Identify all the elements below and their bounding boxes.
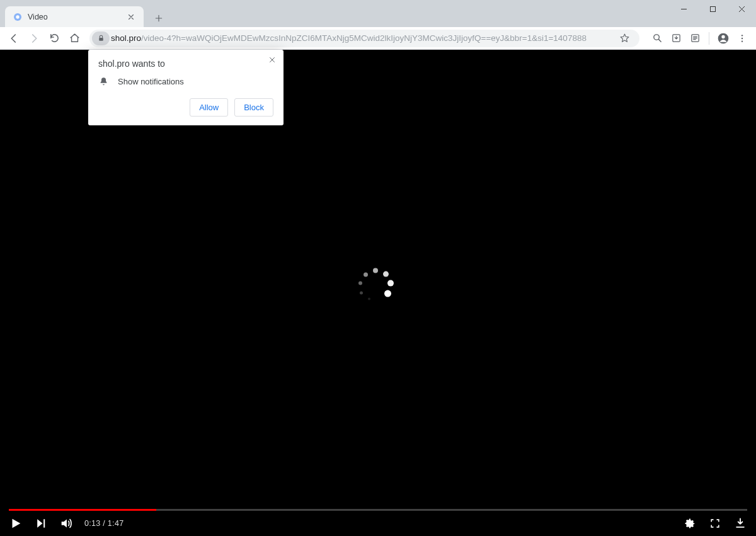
back-button[interactable] — [5, 30, 23, 47]
svg-point-8 — [721, 35, 724, 38]
popup-close-icon[interactable] — [266, 54, 278, 66]
toolbar-separator — [709, 32, 709, 45]
forward-button[interactable] — [25, 30, 43, 47]
url-host: shol.pro — [111, 33, 141, 43]
volume-button[interactable] — [59, 516, 73, 530]
notification-permission-popup: shol.pro wants to Show notifications All… — [88, 50, 284, 125]
loading-spinner-icon — [353, 264, 403, 314]
svg-point-11 — [742, 40, 743, 42]
video-current-time: 0:13 — [84, 519, 101, 528]
fullscreen-button[interactable] — [708, 516, 722, 530]
allow-button[interactable]: Allow — [190, 98, 228, 117]
home-button[interactable] — [66, 30, 83, 47]
url-text: shol.pro/video-4?h=waWQiOjEwMDEwMzcsInNp… — [111, 33, 610, 43]
download-button[interactable] — [733, 516, 747, 530]
page-content: 0:13 / 1:47 shol.pro wants to — [0, 50, 756, 536]
tab-strip: Video — [0, 0, 168, 27]
bell-icon — [98, 76, 109, 87]
play-button[interactable] — [9, 516, 23, 530]
svg-rect-3 — [99, 38, 103, 41]
settings-gear-icon[interactable] — [683, 516, 697, 530]
permission-item-label: Show notifications — [118, 77, 184, 86]
reader-mode-icon[interactable] — [686, 30, 704, 47]
window-close-button[interactable] — [727, 0, 756, 18]
video-controls: 0:13 / 1:47 — [0, 511, 756, 536]
video-duration: 1:47 — [108, 519, 124, 528]
svg-point-10 — [742, 37, 743, 38]
tab-favicon — [13, 12, 23, 22]
svg-point-1 — [16, 15, 19, 18]
site-info-button[interactable] — [92, 31, 110, 45]
window-titlebar: Video — [0, 0, 756, 27]
reload-button[interactable] — [45, 30, 63, 47]
svg-point-9 — [742, 35, 743, 36]
tab-title: Video — [28, 13, 126, 21]
svg-rect-12 — [43, 519, 45, 527]
bookmark-star-icon[interactable] — [616, 30, 633, 47]
chrome-menu-icon[interactable] — [733, 30, 751, 47]
svg-rect-2 — [710, 6, 715, 11]
address-bar[interactable]: shol.pro/video-4?h=waWQiOjEwMDEwMzcsInNp… — [89, 30, 639, 47]
profile-avatar-icon[interactable] — [714, 30, 732, 47]
window-minimize-button[interactable] — [669, 0, 698, 18]
video-time-display: 0:13 / 1:47 — [84, 519, 123, 528]
url-path: /video-4?h=waWQiOjEwMDEwMzcsInNpZCI6MTAx… — [141, 33, 587, 43]
zoom-icon[interactable] — [648, 30, 666, 47]
install-app-icon[interactable] — [667, 30, 685, 47]
svg-point-4 — [653, 35, 659, 40]
browser-toolbar: shol.pro/video-4?h=waWQiOjEwMDEwMzcsInNp… — [0, 27, 756, 50]
toolbar-right-icons — [646, 30, 751, 47]
window-controls — [669, 0, 756, 18]
browser-tab[interactable]: Video — [5, 6, 144, 27]
permission-title: shol.pro wants to — [98, 59, 273, 69]
tab-close-icon[interactable] — [126, 12, 136, 22]
next-button[interactable] — [34, 516, 48, 530]
window-maximize-button[interactable] — [698, 0, 727, 18]
block-button[interactable]: Block — [234, 98, 273, 117]
new-tab-button[interactable] — [150, 9, 168, 27]
